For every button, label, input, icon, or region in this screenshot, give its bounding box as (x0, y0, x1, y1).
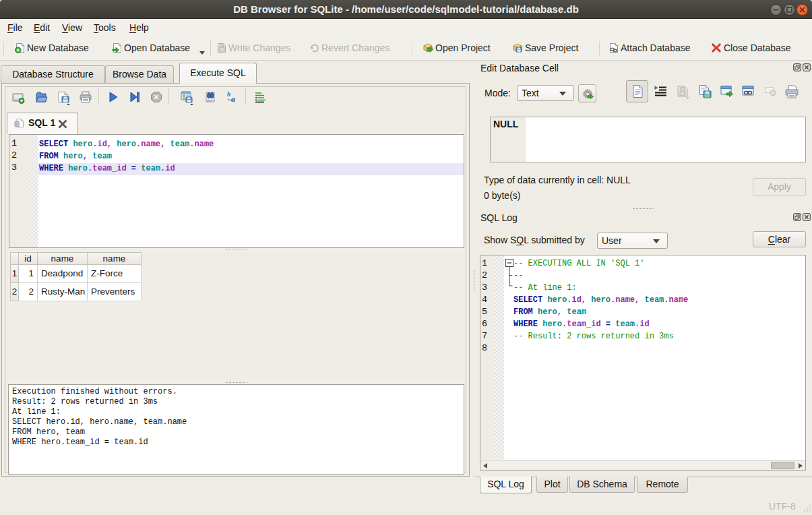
svg-text:b: b (227, 90, 230, 98)
